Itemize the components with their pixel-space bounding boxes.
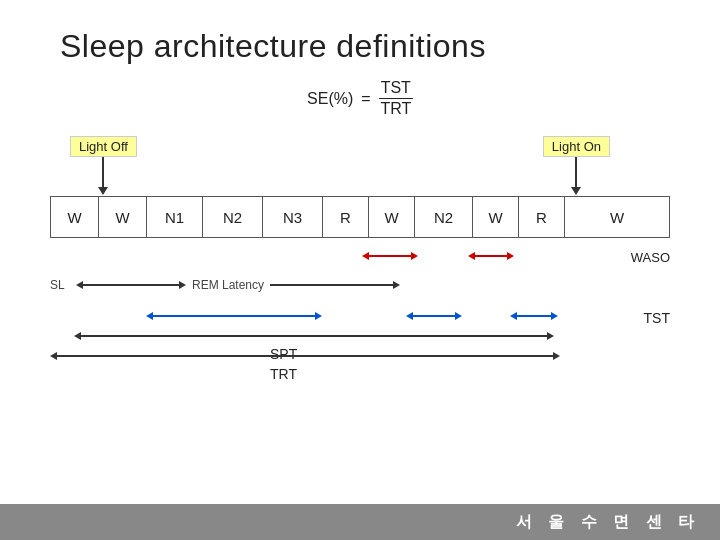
stage-N2b: N2 bbox=[415, 197, 473, 237]
tst-arrow-1 bbox=[146, 312, 322, 320]
formula-row: SE(%) = TST TRT bbox=[0, 79, 720, 118]
stage-W2: W bbox=[99, 197, 147, 237]
stage-W5: W bbox=[565, 197, 669, 237]
waso-label: WASO bbox=[631, 250, 670, 265]
spt-row bbox=[74, 332, 554, 340]
sl-row: SL REM Latency bbox=[50, 278, 400, 292]
stage-W1: W bbox=[51, 197, 99, 237]
bottom-text: 서 울 수 면 센 타 bbox=[516, 512, 700, 533]
light-off-group: Light Off bbox=[70, 136, 137, 195]
light-off-arrow bbox=[98, 157, 108, 195]
tst-label: TST bbox=[644, 310, 670, 326]
formula-fraction: TST TRT bbox=[379, 79, 413, 118]
waso-section: WASO bbox=[50, 242, 670, 272]
fraction-denominator: TRT bbox=[380, 99, 411, 118]
formula-label: SE(%) bbox=[307, 90, 353, 108]
sl-arrow bbox=[76, 281, 186, 289]
stage-W4: W bbox=[473, 197, 519, 237]
page-title: Sleep architecture definitions bbox=[0, 0, 720, 75]
light-off-badge: Light Off bbox=[70, 136, 137, 157]
light-on-arrow bbox=[571, 157, 581, 195]
stage-R2: R bbox=[519, 197, 565, 237]
waso-arrow-2 bbox=[468, 252, 514, 260]
fraction-numerator: TST bbox=[379, 79, 413, 99]
stage-N2a: N2 bbox=[203, 197, 263, 237]
light-on-badge: Light On bbox=[543, 136, 610, 157]
measurements-section: SL REM Latency TST bbox=[50, 274, 670, 374]
stage-N1: N1 bbox=[147, 197, 203, 237]
tst-arrow-3 bbox=[510, 312, 558, 320]
badges-row: Light Off Light On bbox=[50, 136, 670, 196]
rem-latency-label: REM Latency bbox=[192, 278, 264, 292]
stage-R1: R bbox=[323, 197, 369, 237]
stages-row: W W N1 N2 N3 R W N2 W R W bbox=[50, 196, 670, 238]
sl-label: SL bbox=[50, 278, 70, 292]
spt-arrow bbox=[74, 332, 554, 340]
formula-equals: = bbox=[361, 90, 370, 108]
stage-N3: N3 bbox=[263, 197, 323, 237]
rem-latency-arrow bbox=[270, 281, 400, 289]
bottom-bar: 서 울 수 면 센 타 bbox=[0, 504, 720, 540]
stages-container: W W N1 N2 N3 R W N2 W R W bbox=[50, 196, 670, 238]
stage-W3: W bbox=[369, 197, 415, 237]
light-on-group: Light On bbox=[543, 136, 610, 195]
tst-arrow-2 bbox=[406, 312, 462, 320]
waso-arrow-1 bbox=[362, 252, 418, 260]
trt-label: TRT bbox=[270, 366, 297, 382]
trt-row bbox=[50, 352, 560, 360]
trt-arrow bbox=[50, 352, 560, 360]
diagram-area: Light Off Light On W W N1 N2 N3 R W N2 W bbox=[0, 136, 720, 374]
